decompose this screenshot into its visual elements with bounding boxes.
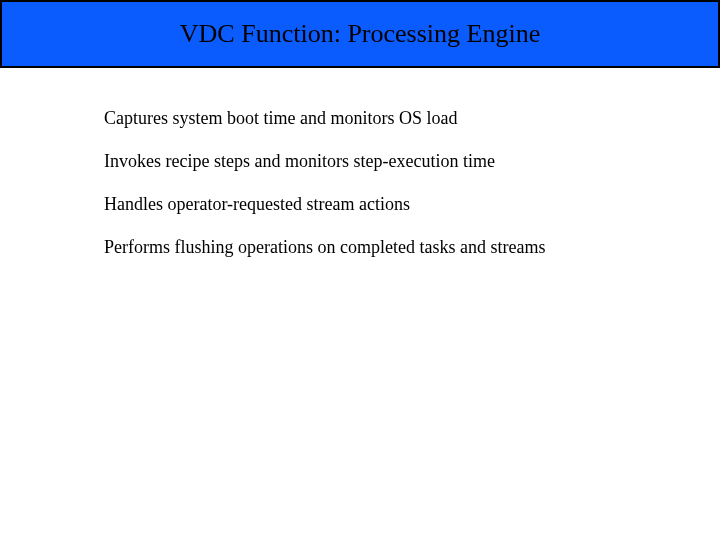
slide-title: VDC Function: Processing Engine: [180, 19, 540, 49]
bullet-item: Invokes recipe steps and monitors step-e…: [104, 151, 720, 172]
bullet-item: Captures system boot time and monitors O…: [104, 108, 720, 129]
bullet-item: Handles operator-requested stream action…: [104, 194, 720, 215]
slide-header: VDC Function: Processing Engine: [0, 0, 720, 68]
slide-content: Captures system boot time and monitors O…: [0, 68, 720, 258]
bullet-item: Performs flushing operations on complete…: [104, 237, 720, 258]
